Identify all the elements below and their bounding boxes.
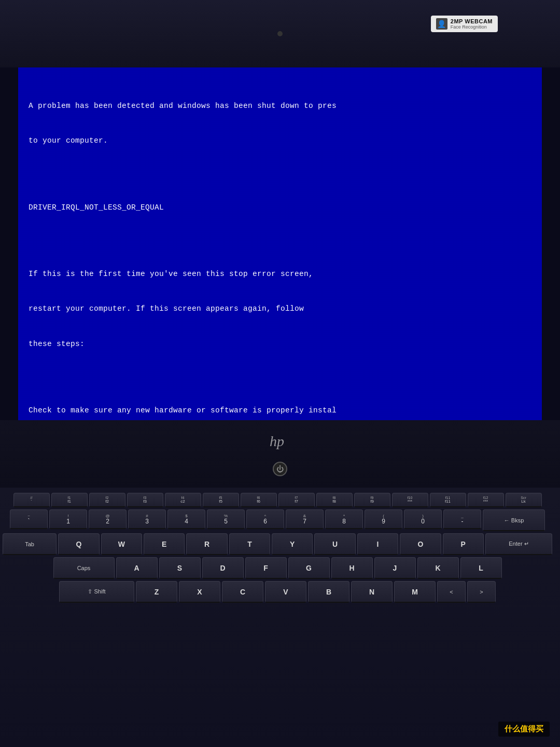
- bsod-line-2: to your computer.: [29, 135, 531, 146]
- key-f6[interactable]: f6 f6: [241, 493, 277, 507]
- key-1[interactable]: ! 1: [49, 509, 87, 529]
- key-z[interactable]: Z: [136, 581, 177, 603]
- webcam-lens: [277, 31, 283, 36]
- webcam-label: 2MP WEBCAM: [451, 18, 493, 24]
- key-a[interactable]: A: [116, 557, 158, 579]
- key-f8[interactable]: f8 f8: [316, 493, 353, 507]
- key-t[interactable]: T: [229, 533, 270, 555]
- webcam-text: 2MP WEBCAM Face Recognition: [451, 18, 493, 30]
- bsod-line-8: these steps:: [29, 338, 531, 350]
- asdf-row: Caps A S D F G H J K L: [3, 557, 552, 579]
- key-k[interactable]: K: [417, 557, 459, 579]
- key-f4[interactable]: f4 c2: [165, 493, 201, 507]
- key-f12[interactable]: f12 ***: [468, 493, 504, 507]
- key-j[interactable]: J: [374, 557, 416, 579]
- bsod-content: A problem has been detected and windows …: [29, 77, 531, 420]
- keyboard: // ` f1 f1 f2 f2 f3 f3 f4 c2 f5 f5: [3, 493, 552, 603]
- key-5[interactable]: % 5: [207, 509, 245, 529]
- bsod-line-6: If this is the first time you've seen th…: [29, 268, 531, 280]
- key-enter[interactable]: Enter ↵: [485, 533, 552, 555]
- key-tilde[interactable]: ~ `: [10, 509, 48, 529]
- key-f9[interactable]: f9 f9: [354, 493, 390, 507]
- qwerty-row: Tab Q W E R T Y U I O P Enter ↵: [3, 533, 552, 555]
- key-3[interactable]: # 3: [128, 509, 166, 529]
- key-y[interactable]: Y: [272, 533, 313, 555]
- key-s[interactable]: S: [159, 557, 201, 579]
- key-4[interactable]: $ 4: [167, 509, 205, 529]
- key-shift-left[interactable]: ⇧ Shift: [59, 581, 134, 603]
- key-v[interactable]: V: [265, 581, 306, 603]
- bsod-line-4: DRIVER_IRQL_NOT_LESS_OR_EQUAL: [29, 202, 531, 213]
- top-bezel: 2MP WEBCAM Face Recognition: [0, 0, 560, 67]
- key-2[interactable]: @ 2: [89, 509, 127, 529]
- bsod-line-1: A problem has been detected and windows …: [29, 100, 531, 112]
- key-o[interactable]: O: [400, 533, 441, 555]
- key-comma[interactable]: <: [437, 581, 466, 603]
- hp-logo-area: hp: [0, 420, 560, 488]
- webcam-icon: [436, 18, 447, 30]
- key-f1[interactable]: f1 f1: [51, 493, 88, 507]
- key-p[interactable]: P: [443, 533, 484, 555]
- key-q[interactable]: Q: [58, 533, 99, 555]
- num-key-row: ~ ` ! 1 @ 2 # 3 $ 4 % 5: [3, 509, 552, 531]
- webcam-badge: 2MP WEBCAM Face Recognition: [431, 16, 498, 32]
- key-f5[interactable]: f5 f5: [203, 493, 239, 507]
- key-f7[interactable]: f7 f7: [278, 493, 315, 507]
- key-l[interactable]: L: [460, 557, 502, 579]
- key-h[interactable]: H: [331, 557, 373, 579]
- hp-logo: hp: [267, 432, 293, 454]
- key-backtick[interactable]: // `: [13, 493, 50, 507]
- bsod-screen: A problem has been detected and windows …: [18, 67, 542, 420]
- key-c[interactable]: C: [222, 581, 263, 603]
- bsod-line-3: [29, 170, 531, 178]
- zxcv-row: ⇧ Shift Z X C V B N M < >: [3, 581, 552, 603]
- power-button[interactable]: [273, 462, 287, 476]
- screen-wrapper: A problem has been detected and windows …: [0, 67, 560, 420]
- keyboard-area: // ` f1 f1 f2 f2 f3 f3 f4 c2 f5 f5: [0, 488, 560, 747]
- key-f11[interactable]: f11 f11: [430, 493, 466, 507]
- key-0[interactable]: ) 0: [404, 509, 442, 529]
- key-capslock[interactable]: Caps: [53, 557, 115, 579]
- key-8[interactable]: * 8: [325, 509, 363, 529]
- svg-text:hp: hp: [270, 433, 284, 449]
- key-n[interactable]: N: [351, 581, 393, 603]
- bsod-line-9: [29, 373, 531, 381]
- webcam-sublabel: Face Recognition: [451, 24, 493, 30]
- key-backspace[interactable]: ← Bksp: [483, 509, 545, 531]
- key-b[interactable]: B: [308, 581, 349, 603]
- fn-key-row: // ` f1 f1 f2 f2 f3 f3 f4 c2 f5 f5: [3, 493, 552, 507]
- key-e[interactable]: E: [144, 533, 185, 555]
- key-scrlk[interactable]: Scr Lk: [506, 493, 542, 507]
- key-u[interactable]: U: [314, 533, 355, 555]
- key-w[interactable]: W: [101, 533, 142, 555]
- key-m[interactable]: M: [394, 581, 436, 603]
- key-7[interactable]: & 7: [286, 509, 324, 529]
- key-f2[interactable]: f2 f2: [89, 493, 125, 507]
- key-f[interactable]: F: [245, 557, 287, 579]
- watermark: 什么值得买: [498, 722, 550, 737]
- bsod-line-7: restart your computer. If this screen ap…: [29, 303, 531, 314]
- key-f3[interactable]: f3 f3: [127, 493, 163, 507]
- key-i[interactable]: I: [357, 533, 398, 555]
- key-f10[interactable]: f10 ***: [392, 493, 428, 507]
- key-6[interactable]: ^ 6: [246, 509, 284, 529]
- key-r[interactable]: R: [186, 533, 227, 555]
- key-minus[interactable]: _ -: [443, 509, 481, 529]
- key-x[interactable]: X: [179, 581, 220, 603]
- key-d[interactable]: D: [202, 557, 244, 579]
- key-g[interactable]: G: [288, 557, 330, 579]
- key-tab[interactable]: Tab: [3, 533, 57, 555]
- key-9[interactable]: ( 9: [365, 509, 402, 529]
- key-period[interactable]: >: [467, 581, 496, 603]
- bsod-line-10: Check to make sure any new hardware or s…: [29, 405, 531, 416]
- bsod-line-5: [29, 237, 531, 245]
